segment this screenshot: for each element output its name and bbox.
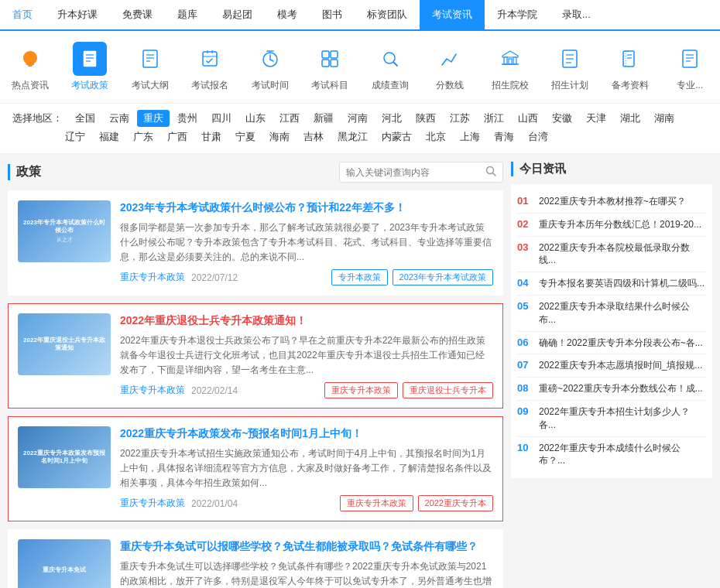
icon-nav-scoreLine[interactable]: 分数线 <box>420 39 481 95</box>
icon-nav-examTime[interactable]: 考试时间 <box>240 39 300 95</box>
news-text-5[interactable]: 2022重庆专升本录取结果什么时候公布... <box>539 300 706 326</box>
article-title-2[interactable]: 2022年重庆退役士兵专升本政策通知！ <box>120 313 493 329</box>
news-num-6: 06 <box>517 337 533 348</box>
icon-nav-label-examSubjects: 考试科目 <box>311 79 348 92</box>
region-fujian[interactable]: 福建 <box>93 128 125 145</box>
region-guangdong[interactable]: 广东 <box>127 128 159 145</box>
news-text-2[interactable]: 重庆专升本历年分数线汇总！2019-20... <box>539 218 701 231</box>
region-chongqing[interactable]: 重庆 <box>137 110 170 127</box>
tag-1-0[interactable]: 专升本政策 <box>331 269 388 285</box>
nav-item-exam[interactable]: 考试资讯 <box>420 0 485 29</box>
article-desc-3: 2022重庆专升本考试招生实施政策通知公布，考试时间于4月上中旬，其预报名时间为… <box>120 446 493 491</box>
region-hubei[interactable]: 湖北 <box>614 110 646 127</box>
icon-nav-label-studyMaterial: 备考资料 <box>612 79 649 92</box>
nav-item-questions[interactable]: 题库 <box>165 0 210 29</box>
region-beijing[interactable]: 北京 <box>420 128 452 145</box>
article-source-1[interactable]: 重庆专升本政策 <box>120 271 185 284</box>
tag-2-1[interactable]: 重庆退役士兵专升本 <box>403 382 493 398</box>
news-text-3[interactable]: 2022重庆专升本各院校最低录取分数线... <box>539 241 706 268</box>
news-text-9[interactable]: 2022年重庆专升本招生计划多少人？各... <box>539 405 706 432</box>
nav-item-mock[interactable]: 模考 <box>265 0 310 29</box>
tag-1-1[interactable]: 2023年专升本考试政策 <box>393 269 493 285</box>
svg-rect-23 <box>513 57 516 64</box>
region-all[interactable]: 全国 <box>69 110 101 127</box>
article-source-2[interactable]: 重庆专升本政策 <box>120 384 185 397</box>
icon-nav-examPolicy[interactable]: 考试政策 <box>60 39 121 95</box>
article-date-3: 2022/01/04 <box>191 498 238 509</box>
icon-nav-scoreQuery[interactable]: 成绩查询 <box>360 39 420 95</box>
article-source-3[interactable]: 重庆专升本政策 <box>120 497 185 510</box>
region-zhejiang[interactable]: 浙江 <box>478 110 510 127</box>
region-qinghai[interactable]: 青海 <box>488 128 520 145</box>
region-shaanxi[interactable]: 陕西 <box>410 110 442 127</box>
region-hunan[interactable]: 湖南 <box>648 110 681 127</box>
svg-rect-5 <box>143 50 157 67</box>
icon-nav-major[interactable]: 专业... <box>660 39 721 95</box>
nav-item-admission[interactable]: 录取... <box>550 0 603 29</box>
svg-rect-16 <box>322 60 329 67</box>
region-taiwan[interactable]: 台湾 <box>522 128 554 145</box>
region-jiangsu[interactable]: 江苏 <box>444 110 476 127</box>
icon-nav-examReg[interactable]: 考试报名 <box>180 39 241 95</box>
nav-item-free[interactable]: 免费课 <box>110 0 165 29</box>
region-jiangxi[interactable]: 江西 <box>273 110 306 127</box>
region-guangxi[interactable]: 广西 <box>161 128 194 145</box>
search-button[interactable] <box>479 162 502 182</box>
region-xinjiang[interactable]: 新疆 <box>307 110 340 127</box>
region-sichuan[interactable]: 四川 <box>205 110 238 127</box>
region-jilin[interactable]: 吉林 <box>297 128 330 145</box>
news-text-7[interactable]: 2022重庆专升本志愿填报时间_填报规... <box>539 359 702 372</box>
news-text-8[interactable]: 重磅~2022重庆专升本分数线公布！成... <box>539 382 703 395</box>
news-num-3: 03 <box>517 241 533 253</box>
region-anhui[interactable]: 安徽 <box>546 110 578 127</box>
top-nav: 首页 升本好课 免费课 题库 易起团 模考 图书 标资团队 考试资讯 升本学院 … <box>0 0 720 31</box>
news-item-2: 02 重庆专升本历年分数线汇总！2019-20... <box>517 214 706 237</box>
article-title-3[interactable]: 2022重庆专升本政策发布~预报名时间1月上中旬！ <box>120 426 493 442</box>
icon-nav-school[interactable]: 招生院校 <box>480 39 540 95</box>
news-text-1[interactable]: 2022重庆专升本教材推荐~在哪买？ <box>539 195 686 208</box>
search-input[interactable] <box>340 164 479 181</box>
nav-item-books[interactable]: 图书 <box>310 0 355 29</box>
news-text-10[interactable]: 2022年重庆专升本成绩什么时候公布？... <box>539 442 706 468</box>
tag-2-0[interactable]: 重庆专升本政策 <box>324 382 398 398</box>
news-num-4: 04 <box>517 277 533 289</box>
article-title-4[interactable]: 重庆专升本免试可以报哪些学校？免试生都能被录取吗？免试条件有哪些？ <box>120 539 493 555</box>
region-neimenggu[interactable]: 内蒙古 <box>375 128 418 145</box>
region-hainan[interactable]: 海南 <box>263 128 296 145</box>
svg-line-37 <box>493 173 496 176</box>
tag-3-1[interactable]: 2022重庆专升本 <box>418 495 493 511</box>
region-gansu[interactable]: 甘肃 <box>195 128 228 145</box>
article-title-1[interactable]: 2023年专升本考试政策什么时候公布？预计和22年差不多！ <box>120 200 493 216</box>
nav-item-home[interactable]: 首页 <box>0 0 45 29</box>
nav-item-team[interactable]: 易起团 <box>210 0 265 29</box>
svg-rect-15 <box>331 51 338 58</box>
nav-item-courses[interactable]: 升本好课 <box>45 0 110 29</box>
nav-item-academy[interactable]: 升本学院 <box>485 0 550 29</box>
section-title: 政策 <box>8 164 41 180</box>
tag-3-0[interactable]: 重庆专升本政策 <box>340 495 413 511</box>
region-ningxia[interactable]: 宁夏 <box>229 128 262 145</box>
nav-item-resources[interactable]: 标资团队 <box>355 0 420 29</box>
icon-nav-label-examReg: 考试报名 <box>191 79 228 92</box>
region-tianjin[interactable]: 天津 <box>580 110 612 127</box>
icon-nav-label-enrollPlan: 招生计划 <box>551 79 588 92</box>
icon-nav-label-scoreLine: 分数线 <box>436 79 464 92</box>
region-shandong[interactable]: 山东 <box>239 110 272 127</box>
region-henan[interactable]: 河南 <box>341 110 374 127</box>
news-text-6[interactable]: 确确！2022重庆专升本分段表公布~各... <box>539 337 703 350</box>
article-desc-1: 很多同学都是第一次参加专升本，那么了解考试政策就很必要了，2023年专升本考试政… <box>120 220 493 265</box>
icon-nav-examSubjects[interactable]: 考试科目 <box>300 39 361 95</box>
region-hebei[interactable]: 河北 <box>375 110 408 127</box>
region-guizhou[interactable]: 贵州 <box>171 110 204 127</box>
svg-marker-20 <box>502 51 518 57</box>
region-liaoning[interactable]: 辽宁 <box>59 128 91 145</box>
region-heilongjiang[interactable]: 黑龙江 <box>331 128 374 145</box>
region-shanghai[interactable]: 上海 <box>454 128 486 145</box>
icon-nav-examOutline[interactable]: 考试大纲 <box>120 39 180 95</box>
icon-nav-enrollPlan[interactable]: 招生计划 <box>540 39 601 95</box>
icon-nav-hotNews[interactable]: 热点资讯 <box>0 39 60 95</box>
region-shanxi[interactable]: 山西 <box>512 110 544 127</box>
icon-nav-studyMaterial[interactable]: 备考资料 <box>600 39 660 95</box>
news-text-4[interactable]: 专升本报名要英语四级和计算机二级吗... <box>539 277 705 290</box>
region-yunnan[interactable]: 云南 <box>103 110 135 127</box>
